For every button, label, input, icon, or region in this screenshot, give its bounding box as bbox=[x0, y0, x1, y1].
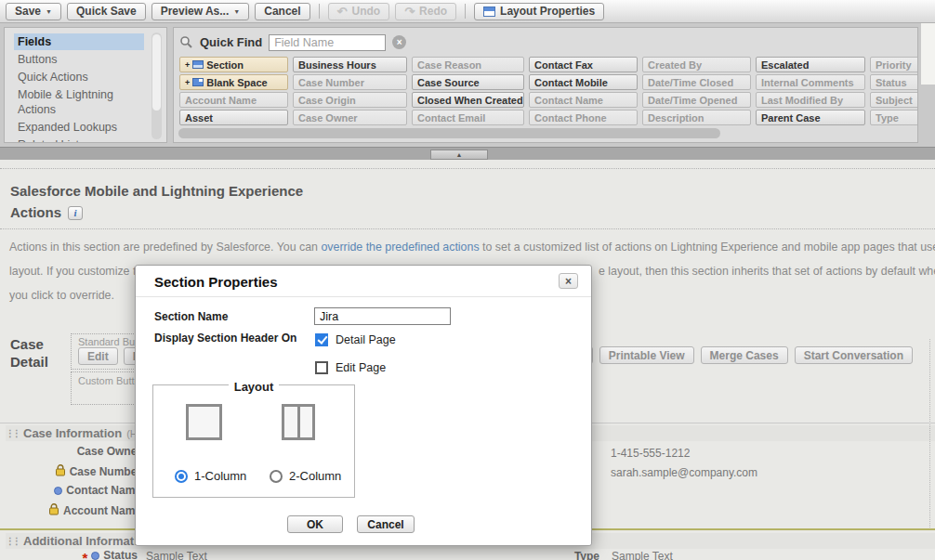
palette-field-business-hours[interactable]: Business Hours bbox=[293, 57, 407, 72]
palette-field-blank-space[interactable]: +Blank Space bbox=[179, 74, 288, 90]
sidebar-item-expanded-lookups[interactable]: Expanded Lookups bbox=[14, 119, 144, 136]
edit-button[interactable]: Edit bbox=[78, 347, 118, 365]
account-name-field-label[interactable]: Account Name bbox=[0, 503, 141, 518]
sidebar-item-quick-actions[interactable]: Quick Actions bbox=[14, 69, 144, 85]
actions-paragraph-line3: you click to override. bbox=[9, 289, 114, 302]
palette-field-contact-fax[interactable]: Contact Fax bbox=[529, 57, 638, 72]
detail-page-checkbox-label: Detail Page bbox=[336, 333, 396, 346]
redo-button: ↷Redo bbox=[395, 3, 456, 20]
display-header-label: Display Section Header On bbox=[154, 332, 296, 345]
palette-field-subject[interactable]: Subject bbox=[870, 92, 918, 108]
info-icon[interactable]: i bbox=[68, 206, 83, 220]
contact-name-field-label[interactable]: Contact Name bbox=[0, 484, 141, 497]
2-column-radio[interactable] bbox=[270, 470, 283, 483]
palette-field-label: Type bbox=[876, 112, 899, 124]
palette-field-case-reason[interactable]: Case Reason bbox=[412, 57, 524, 72]
save-caret-icon[interactable]: ▼ bbox=[46, 8, 52, 15]
palette-field-label: Contact Fax bbox=[534, 59, 593, 71]
one-column-preview bbox=[186, 404, 222, 440]
cancel-button[interactable]: Cancel bbox=[255, 3, 309, 20]
palette-field-type[interactable]: Type bbox=[870, 110, 918, 125]
clear-search-icon[interactable]: × bbox=[392, 35, 406, 49]
palette-field-date-time-opened[interactable]: Date/Time Opened bbox=[642, 92, 751, 108]
field-palette: Quick Find × +Section+Blank SpaceAccount… bbox=[173, 27, 918, 143]
palette-field-contact-phone[interactable]: Contact Phone bbox=[529, 110, 638, 125]
dialog-title: Section Properties bbox=[154, 274, 278, 290]
palette-field-label: Contact Phone bbox=[534, 112, 607, 124]
sidebar-item-fields[interactable]: Fields bbox=[14, 33, 144, 50]
palette-field-last-modified-by[interactable]: Last Modified By bbox=[756, 92, 865, 108]
palette-field-closed-when-created[interactable]: Closed When Created bbox=[412, 92, 524, 108]
palette-field-case-owner[interactable]: Case Owner bbox=[293, 110, 407, 125]
palette-field-label: Case Origin bbox=[298, 95, 356, 106]
2-column-radio-row: 2-Column bbox=[270, 469, 341, 483]
palette-field-label: Date/Time Opened bbox=[648, 95, 737, 106]
field-value-phone: 1-415-555-1212 bbox=[611, 447, 690, 460]
palette-field-label: Created By bbox=[648, 59, 702, 71]
override-actions-link[interactable]: override the predefined actions bbox=[321, 241, 479, 254]
palette-field-label: Description bbox=[648, 112, 705, 124]
actions-heading-line2: Actionsi bbox=[10, 204, 83, 220]
sidebar-scrollbar-thumb[interactable] bbox=[152, 34, 161, 111]
palette-field-label: Contact Mobile bbox=[534, 77, 608, 88]
preview-caret-icon: ▼ bbox=[233, 8, 240, 15]
palette-field-case-origin[interactable]: Case Origin bbox=[293, 92, 407, 108]
collapse-palette-handle[interactable]: ▲ bbox=[430, 150, 488, 160]
search-icon bbox=[179, 35, 193, 49]
status-field-label[interactable]: * Status bbox=[0, 549, 138, 560]
palette-field-account-name[interactable]: Account Name bbox=[179, 92, 288, 108]
quick-find-label: Quick Find bbox=[200, 35, 262, 49]
edit-page-checkbox[interactable] bbox=[315, 361, 328, 374]
sidebar-scrollbar[interactable] bbox=[151, 33, 162, 139]
redo-icon: ↷ bbox=[404, 6, 415, 18]
case-number-field-label[interactable]: Case Number bbox=[0, 464, 141, 479]
palette-field-contact-name[interactable]: Contact Name bbox=[529, 92, 638, 108]
field-label-text: Case Number bbox=[70, 465, 141, 478]
printable-view-button[interactable]: Printable View bbox=[599, 346, 694, 364]
case-owner-field-label[interactable]: Case Owner bbox=[0, 445, 141, 458]
ok-button[interactable]: OK bbox=[287, 515, 343, 533]
palette-field-contact-email[interactable]: Contact Email bbox=[412, 110, 524, 125]
section-name-input[interactable] bbox=[314, 307, 451, 325]
palette-field-priority[interactable]: Priority bbox=[870, 57, 918, 72]
palette-field-label: Case Number bbox=[298, 77, 364, 88]
palette-field-contact-mobile[interactable]: Contact Mobile bbox=[529, 74, 638, 90]
palette-field-description[interactable]: Description bbox=[642, 110, 751, 125]
palette-horizontal-scrollbar[interactable] bbox=[178, 128, 720, 138]
cancel-button-dialog[interactable]: Cancel bbox=[357, 515, 415, 533]
sidebar-item-mobile-lightning-actions[interactable]: Mobile & Lightning Actions bbox=[14, 86, 144, 118]
sidebar-item-buttons[interactable]: Buttons bbox=[14, 51, 144, 68]
quick-save-button[interactable]: Quick Save bbox=[67, 3, 146, 20]
preview-as-button[interactable]: Preview As...▼ bbox=[151, 3, 250, 20]
palette-field-section[interactable]: +Section bbox=[179, 57, 288, 72]
drag-handle-icon[interactable]: ⋮⋮ bbox=[6, 536, 19, 546]
start-conversation-button[interactable]: Start Conversation bbox=[795, 346, 913, 364]
field-label-text: Contact Name bbox=[66, 484, 141, 497]
palette-field-date-time-closed[interactable]: Date/Time Closed bbox=[642, 74, 751, 90]
blank-icon bbox=[192, 78, 204, 86]
layout-properties-button[interactable]: Layout Properties bbox=[474, 3, 604, 20]
drag-handle-icon[interactable]: ⋮⋮ bbox=[6, 428, 19, 438]
required-icon: * bbox=[82, 553, 87, 560]
save-button[interactable]: Save▼ bbox=[6, 3, 61, 20]
palette-field-internal-comments[interactable]: Internal Comments bbox=[756, 74, 865, 90]
close-icon[interactable]: × bbox=[559, 273, 578, 289]
palette-field-case-number[interactable]: Case Number bbox=[293, 74, 407, 90]
palette-field-created-by[interactable]: Created By bbox=[642, 57, 751, 72]
detail-page-checkbox[interactable] bbox=[315, 333, 328, 346]
type-field-label[interactable]: Type bbox=[520, 550, 599, 560]
1-column-radio[interactable] bbox=[175, 470, 188, 483]
palette-field-parent-case[interactable]: Parent Case bbox=[756, 110, 865, 125]
palette-field-status[interactable]: Status bbox=[870, 74, 918, 90]
sidebar-item-related-lists[interactable]: Related Lists bbox=[14, 137, 144, 143]
palette-field-label: Date/Time Closed bbox=[648, 77, 733, 88]
palette-field-label: Status bbox=[876, 77, 907, 88]
palette-field-case-source[interactable]: Case Source bbox=[412, 74, 524, 90]
quick-find-input[interactable] bbox=[269, 34, 386, 51]
page-scrollbar-track bbox=[921, 23, 935, 85]
palette-field-escalated[interactable]: Escalated bbox=[756, 57, 865, 72]
1-column-radio-label: 1-Column bbox=[194, 469, 246, 483]
palette-field-asset[interactable]: Asset bbox=[179, 110, 288, 125]
merge-cases-button[interactable]: Merge Cases bbox=[701, 346, 788, 364]
palette-field-label: Priority bbox=[876, 59, 912, 71]
